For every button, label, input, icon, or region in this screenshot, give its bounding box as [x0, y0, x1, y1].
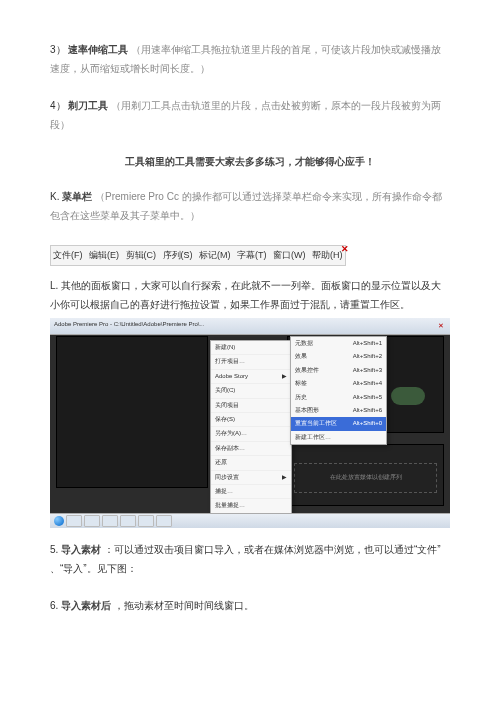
menu-seq: 序列(S) [161, 249, 195, 261]
menu-item: 打开项目… [211, 355, 291, 369]
item-3: 3） 速率伸缩工具 （用速率伸缩工具拖拉轨道里片段的首尾，可使该片段加快或减慢播… [50, 40, 450, 78]
practice-note: 工具箱里的工具需要大家去多多练习，才能够得心应手！ [50, 152, 450, 171]
context-menu: 新建(N)打开项目…Adobe Story▶关闭(C)关闭项目保存(S)另存为(… [210, 340, 292, 528]
toggle-indicator [391, 387, 425, 405]
screenshot-reset-workspace: Adobe Premiere Pro - C:\Untitled\Adobe\P… [50, 318, 450, 528]
item-5-title: 导入素材 [61, 544, 101, 555]
item-3-title: 速率伸缩工具 [68, 44, 128, 55]
submenu-item: 基本图形Alt+Shift+6 [291, 404, 386, 417]
menu-item: 捕捉… [211, 485, 291, 499]
item-5-number: 5. [50, 544, 58, 555]
menu-item: 还原 [211, 456, 291, 470]
menu-sub: 字幕(T) [235, 249, 269, 261]
submenu-item: 标签Alt+Shift+4 [291, 377, 386, 390]
item-5: 5. 导入素材 ：可以通过双击项目窗口导入，或者在媒体浏览器中浏览，也可以通过“… [50, 540, 450, 578]
item-4: 4） 剃刀工具 （用剃刀工具点击轨道里的片段，点击处被剪断，原本的一段片段被剪为… [50, 96, 450, 134]
menu-clip: 剪辑(C) [124, 249, 159, 261]
menu-mark: 标记(M) [197, 249, 233, 261]
menu-item: 另存为(A)… [211, 427, 291, 441]
item-4-title: 剃刀工具 [68, 100, 108, 111]
start-orb-icon [54, 516, 64, 526]
menu-edit: 编辑(E) [87, 249, 121, 261]
menu-item: 同步设置▶ [211, 471, 291, 485]
item-k-title: 菜单栏 [62, 191, 92, 202]
menu-item: 保存副本… [211, 442, 291, 456]
item-l-line1: 其他的面板窗口，大家可以自行探索，在此就不一一列举。面板窗口的显示位置以及大 [61, 280, 441, 291]
taskbar-button [66, 515, 82, 527]
item-6-title: 导入素材后 [61, 600, 111, 611]
submenu-item: 元数据Alt+Shift+1 [291, 337, 386, 350]
taskbar-button [138, 515, 154, 527]
taskbar-button [120, 515, 136, 527]
taskbar-button [156, 515, 172, 527]
timeline-drop-hint: 在此处放置媒体以创建序列 [294, 463, 437, 493]
item-6: 6. 导入素材后 ，拖动素材至时间时间线窗口。 [50, 596, 450, 615]
submenu-item: 重置当前工作区Alt+Shift+0 [291, 417, 386, 430]
taskbar [50, 513, 450, 528]
item-l: L. 其他的面板窗口，大家可以自行探索，在此就不一一列举。面板窗口的显示位置以及… [50, 276, 450, 314]
item-6-desc: ，拖动素材至时间时间线窗口。 [114, 600, 254, 611]
item-5-line2: 、“导入”。见下图： [50, 563, 137, 574]
item-3-number: 3） [50, 44, 66, 55]
menu-file: 文件(F) [51, 249, 85, 261]
menu-win: 窗口(W) [271, 249, 308, 261]
submenu-item: 效果Alt+Shift+2 [291, 350, 386, 363]
window-close-icon: ✕ [438, 319, 444, 332]
menu-item: 关闭(C) [211, 384, 291, 398]
submenu-item: 效果控件Alt+Shift+3 [291, 364, 386, 377]
taskbar-button [84, 515, 100, 527]
item-k-desc: （Premiere Pro Cc 的操作都可以通过选择菜单栏命令来实现，所有操作… [50, 191, 442, 221]
item-k: K. 菜单栏 （Premiere Pro Cc 的操作都可以通过选择菜单栏命令来… [50, 187, 450, 225]
menu-item: 新建(N) [211, 341, 291, 355]
menu-item: 批量捕捉… [211, 499, 291, 513]
document-page: 3） 速率伸缩工具 （用速率伸缩工具拖拉轨道里片段的首尾，可使该片段加快或减慢播… [0, 0, 500, 663]
item-6-number: 6. [50, 600, 58, 611]
menu-item: Adobe Story▶ [211, 370, 291, 384]
close-icon: ✕ [339, 240, 351, 259]
menu-item: 保存(S) [211, 413, 291, 427]
item-4-desc: （用剃刀工具点击轨道里的片段，点击处被剪断，原本的一段片段被剪为两段） [50, 100, 441, 130]
submenu-item: 新建工作区… [291, 431, 386, 444]
item-l-label: L. [50, 280, 58, 291]
menubar-figure: 文件(F) 编辑(E) 剪辑(C) 序列(S) 标记(M) 字幕(T) 窗口(W… [50, 245, 346, 266]
window-titlebar: Adobe Premiere Pro - C:\Untitled\Adobe\P… [50, 318, 450, 335]
item-k-label: K. [50, 191, 59, 202]
item-l-line2: 小你可以根据自己的喜好进行拖拉设置，如果工作界面过于混乱，请重置工作区。 [50, 299, 410, 310]
project-panel [56, 336, 208, 488]
taskbar-button [102, 515, 118, 527]
submenu-item: 历史Alt+Shift+5 [291, 391, 386, 404]
item-5-line1: ：可以通过双击项目窗口导入，或者在媒体浏览器中浏览，也可以通过“文件” [104, 544, 441, 555]
item-4-number: 4） [50, 100, 66, 111]
menu-item: 关闭项目 [211, 399, 291, 413]
window-title: Adobe Premiere Pro - C:\Untitled\Adobe\P… [54, 321, 204, 327]
timeline-panel: 在此处放置媒体以创建序列 [287, 444, 444, 506]
context-submenu: 元数据Alt+Shift+1效果Alt+Shift+2效果控件Alt+Shift… [290, 336, 387, 445]
